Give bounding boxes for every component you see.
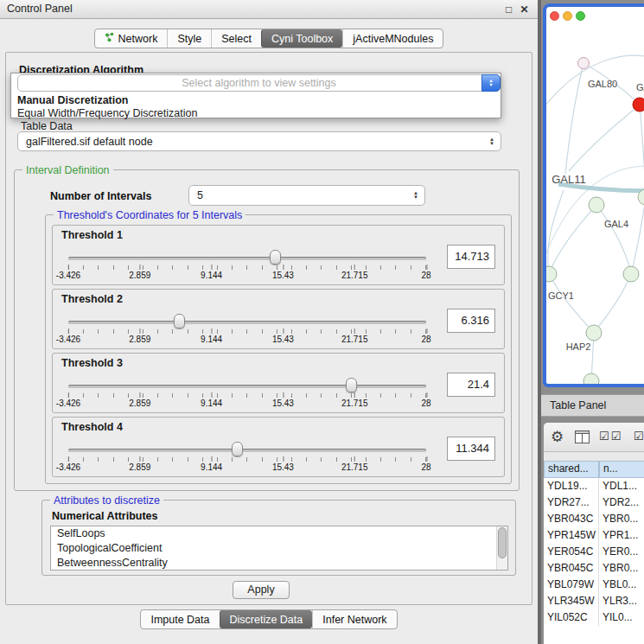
table-data-value: galFiltered.sif default node xyxy=(26,136,153,148)
right-workspace: GAL80 GA GAL11 GAL4 GCY1 HAP2 H Table Pa… xyxy=(538,0,644,644)
apply-button[interactable]: Apply xyxy=(233,581,290,599)
scale-label: -3.426 xyxy=(56,271,80,280)
number-of-intervals-combobox[interactable]: 5 ▲ ▼ xyxy=(188,185,425,206)
table-row[interactable]: YDR27... YDR2... xyxy=(544,494,644,511)
column-header-name[interactable]: n... xyxy=(599,461,644,478)
table-header-row: shared... n... xyxy=(544,461,644,478)
node-label: HAP2 xyxy=(566,341,591,352)
scale-label: -3.426 xyxy=(56,399,80,408)
scale-label: 21.715 xyxy=(341,271,368,280)
threshold-1-label: Threshold 1 xyxy=(61,229,123,241)
table-row[interactable]: YLR345W YLR3... xyxy=(544,593,644,609)
list-scrollbar[interactable] xyxy=(496,526,507,570)
cell: YBR0... xyxy=(599,511,644,527)
tab-discretize-data[interactable]: Discretize Data xyxy=(220,610,313,628)
table-row[interactable]: YBR045C YBR0... xyxy=(544,560,644,577)
network-node[interactable] xyxy=(578,58,590,69)
threshold-3-label: Threshold 3 xyxy=(61,357,123,369)
slider-thumb[interactable] xyxy=(346,378,357,392)
tab-select-label: Select xyxy=(221,33,252,45)
table-row[interactable]: YBL079W YBL0... xyxy=(544,577,644,593)
slider-track[interactable] xyxy=(68,257,426,260)
table-row[interactable]: YER054C YER0... xyxy=(544,544,644,560)
algorithm-combobox[interactable]: Select algorithm to view settings xyxy=(17,74,501,92)
algorithm-option-manual[interactable]: Manual Discretization xyxy=(17,94,494,107)
table-data-combobox[interactable]: galFiltered.sif default node ▲ ▼ xyxy=(17,131,501,151)
select-columns-icon[interactable]: ☑☑ xyxy=(599,430,622,443)
threshold-3-slider[interactable]: -3.426 2.859 9.144 15.43 21.715 28 xyxy=(68,376,426,411)
table-row[interactable]: YIL052C YIL0... xyxy=(544,609,644,626)
algorithm-combobox-button[interactable]: ▲ ▼ xyxy=(481,74,501,92)
list-item[interactable]: SelfLoops xyxy=(51,526,507,541)
threshold-4-value[interactable]: 11.344 xyxy=(447,437,495,461)
slider-thumb[interactable] xyxy=(270,250,281,265)
algorithm-option-equal-width[interactable]: Equal Width/Frequency Discretization xyxy=(17,107,494,120)
threshold-1-value[interactable]: 14.713 xyxy=(447,245,495,269)
network-node[interactable] xyxy=(586,325,602,341)
network-node[interactable] xyxy=(589,197,604,213)
scrollbar-thumb[interactable] xyxy=(498,527,507,558)
thresholds-group-title: Threshold's Coordinates for 5 Intervals xyxy=(54,209,245,221)
close-traffic-light[interactable] xyxy=(550,11,559,21)
threshold-3-value[interactable]: 21.4 xyxy=(447,373,495,397)
slider-thumb[interactable] xyxy=(232,442,243,456)
slider-track[interactable] xyxy=(68,385,426,388)
network-node[interactable] xyxy=(623,266,639,282)
zoom-traffic-light[interactable] xyxy=(576,11,585,21)
scale-label: 28 xyxy=(421,399,430,408)
tab-cyni-toolbox[interactable]: Cyni Toolbox xyxy=(261,29,342,48)
tab-style-label: Style xyxy=(177,33,201,45)
stepper-down-icon: ▼ xyxy=(489,142,494,146)
column-layout-icon[interactable] xyxy=(575,430,590,446)
gear-icon[interactable]: ⚙ xyxy=(551,427,564,448)
tab-infer-network[interactable]: Infer Network xyxy=(312,610,396,628)
tab-impute-data[interactable]: Impute Data xyxy=(141,610,219,628)
column-header-shared-name[interactable]: shared... xyxy=(544,461,599,478)
network-node[interactable] xyxy=(583,373,599,384)
tab-network[interactable]: Network xyxy=(95,29,168,48)
threshold-2-label: Threshold 2 xyxy=(61,293,123,305)
scale-label: -3.426 xyxy=(56,335,80,344)
network-node[interactable] xyxy=(546,266,557,282)
scale-label: 21.715 xyxy=(341,399,368,408)
slider-track[interactable] xyxy=(68,321,426,324)
stepper-down-icon: ▼ xyxy=(488,83,493,87)
node-label: GAL4 xyxy=(604,219,628,229)
threshold-1-panel: Threshold 1 -3.426 2.859 9.144 15.43 21.… xyxy=(52,225,505,285)
cell: YDR2... xyxy=(599,494,644,511)
table-row[interactable]: YDL19... YDL1... xyxy=(544,478,644,494)
minimize-traffic-light[interactable] xyxy=(563,11,572,21)
tab-jactivemodules[interactable]: jActiveMNodules xyxy=(342,29,443,48)
table-toolbar: ⚙ ☑☑ ☑ xyxy=(544,423,644,452)
cell: YER054C xyxy=(544,544,599,560)
threshold-2-value[interactable]: 6.316 xyxy=(447,309,495,333)
cell: YIL0... xyxy=(599,609,644,626)
slider-ticks xyxy=(68,393,426,398)
threshold-2-slider[interactable]: -3.426 2.859 9.144 15.43 21.715 28 xyxy=(68,312,426,347)
slider-track[interactable] xyxy=(68,449,426,452)
network-canvas[interactable]: GAL80 GA GAL11 GAL4 GCY1 HAP2 H xyxy=(546,7,644,384)
node-label: GAL80 xyxy=(588,79,617,89)
cell: YBR0... xyxy=(599,560,644,577)
threshold-2-panel: Threshold 2 -3.426 2.859 9.144 15.43 21.… xyxy=(52,289,505,349)
checkbox-checked-icon: ☑ xyxy=(599,430,611,443)
close-icon[interactable]: ✕ xyxy=(518,3,531,16)
table-row[interactable]: YPR145W YPR1... xyxy=(544,527,644,544)
float-window-icon[interactable]: □ xyxy=(502,3,515,16)
select-all-icon[interactable]: ☑ xyxy=(634,430,644,443)
panel-title: Control Panel xyxy=(7,3,73,15)
cell: YPR1... xyxy=(599,527,644,544)
table-row[interactable]: YBR043C YBR0... xyxy=(544,511,644,527)
cell: YBR045C xyxy=(544,560,599,577)
list-item[interactable]: BetweennessCentrality xyxy=(51,556,507,571)
tab-select[interactable]: Select xyxy=(211,29,261,48)
tab-style[interactable]: Style xyxy=(167,29,211,48)
list-item[interactable]: TopologicalCoefficient xyxy=(51,541,507,556)
slider-ticks xyxy=(68,265,426,270)
selected-network-node[interactable] xyxy=(633,98,644,112)
threshold-4-slider[interactable]: -3.426 2.859 9.144 15.43 21.715 28 xyxy=(68,440,426,475)
scale-label: 15.43 xyxy=(272,462,294,472)
slider-thumb[interactable] xyxy=(174,314,185,328)
threshold-1-slider[interactable]: -3.426 2.859 9.144 15.43 21.715 28 xyxy=(68,248,426,283)
tab-cyni-toolbox-label: Cyni Toolbox xyxy=(271,33,333,45)
